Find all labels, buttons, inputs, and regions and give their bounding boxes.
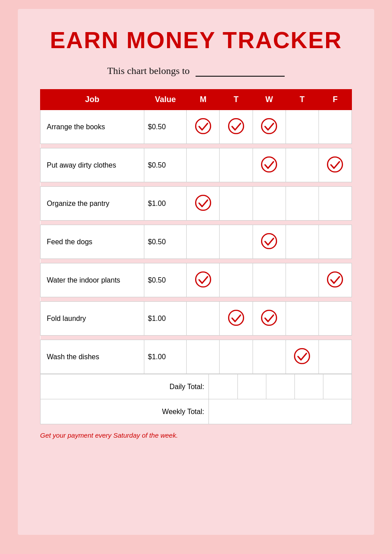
- day-cell: [318, 225, 351, 259]
- day-cell: [220, 148, 253, 182]
- checkmark-icon: [294, 348, 310, 365]
- svg-point-2: [261, 119, 276, 133]
- svg-point-0: [196, 119, 210, 133]
- table-row: Put away dirty clothes$0.50: [41, 148, 352, 182]
- job-cell: Wash the dishes: [41, 340, 144, 374]
- job-cell: Water the indoor plants: [41, 263, 144, 297]
- tracker-table: Job Value M T W T F Arrange the books$0.…: [40, 89, 352, 374]
- day-cell: [286, 263, 318, 297]
- day-cell: [318, 187, 351, 221]
- daily-total-label: Daily Total:: [41, 374, 209, 399]
- day-cell: [286, 187, 318, 221]
- gap-row: [41, 221, 352, 225]
- job-cell: Put away dirty clothes: [41, 148, 144, 182]
- value-cell: $0.50: [144, 148, 187, 182]
- table-row: Wash the dishes$1.00: [41, 340, 352, 374]
- svg-point-9: [229, 310, 243, 325]
- daily-total-t2: [294, 374, 323, 399]
- day-cell: [318, 263, 351, 297]
- header-day-m: M: [187, 90, 220, 110]
- checkmark-icon: [195, 118, 212, 135]
- checkmark-icon: [261, 309, 278, 326]
- subtitle-text: This chart belongs to: [107, 65, 190, 76]
- value-cell: $1.00: [144, 302, 187, 336]
- day-cell: [187, 148, 220, 182]
- subtitle: This chart belongs to: [40, 64, 352, 77]
- day-cell: [253, 225, 286, 259]
- day-cell: [253, 148, 286, 182]
- day-cell: [187, 263, 220, 297]
- svg-point-11: [295, 349, 310, 363]
- svg-point-8: [328, 272, 343, 287]
- day-cell: [187, 340, 220, 374]
- svg-point-4: [328, 157, 343, 172]
- value-cell: $0.50: [144, 110, 187, 144]
- weekly-total-value: [209, 399, 352, 424]
- checkmark-icon: [327, 271, 343, 288]
- day-cell: [220, 263, 253, 297]
- table-row: Fold laundry$1.00: [41, 302, 352, 336]
- day-cell: [253, 340, 286, 374]
- checkmark-icon: [195, 271, 212, 288]
- svg-point-3: [261, 157, 276, 172]
- checkmark-icon: [228, 309, 245, 326]
- svg-point-5: [196, 195, 210, 210]
- page-title: EARN MONEY TRACKER: [40, 27, 352, 53]
- header-day-f: F: [318, 90, 351, 110]
- day-cell: [187, 187, 220, 221]
- day-cell: [253, 187, 286, 221]
- checkmark-icon: [195, 194, 212, 211]
- header-day-t2: T: [286, 90, 318, 110]
- table-row: Organize the pantry$1.00: [41, 187, 352, 221]
- svg-point-7: [196, 272, 210, 287]
- header-value: Value: [144, 90, 187, 110]
- gap-row: [41, 182, 352, 187]
- gap-row: [41, 297, 352, 302]
- header-day-w: W: [253, 90, 286, 110]
- job-cell: Fold laundry: [41, 302, 144, 336]
- value-cell: $0.50: [144, 225, 187, 259]
- totals-table: Daily Total: Weekly Total:: [40, 374, 352, 424]
- day-cell: [253, 263, 286, 297]
- day-cell: [318, 340, 351, 374]
- checkmark-icon: [327, 156, 343, 173]
- svg-point-6: [261, 234, 276, 248]
- weekly-total-label: Weekly Total:: [41, 399, 209, 424]
- job-cell: Feed the dogs: [41, 225, 144, 259]
- page: EARN MONEY TRACKER This chart belongs to…: [18, 9, 374, 535]
- table-header-row: Job Value M T W T F: [41, 90, 352, 110]
- daily-total-row: Daily Total:: [41, 374, 352, 399]
- checkmark-icon: [261, 233, 278, 250]
- table-row: Feed the dogs$0.50: [41, 225, 352, 259]
- svg-point-1: [229, 119, 243, 133]
- day-cell: [187, 225, 220, 259]
- day-cell: [187, 110, 220, 144]
- checkmark-icon: [261, 156, 278, 173]
- day-cell: [286, 110, 318, 144]
- day-cell: [286, 148, 318, 182]
- day-cell: [220, 110, 253, 144]
- day-cell: [220, 187, 253, 221]
- day-cell: [286, 340, 318, 374]
- day-cell: [220, 302, 253, 336]
- name-line: [196, 64, 285, 77]
- day-cell: [187, 302, 220, 336]
- gap-row: [41, 259, 352, 263]
- day-cell: [253, 302, 286, 336]
- checkmark-icon: [228, 118, 245, 135]
- footer-note: Get your payment every Saturday of the w…: [40, 431, 352, 439]
- day-cell: [253, 110, 286, 144]
- gap-row: [41, 144, 352, 148]
- day-cell: [318, 110, 351, 144]
- day-cell: [318, 302, 351, 336]
- gap-row: [41, 336, 352, 340]
- daily-total-f: [323, 374, 351, 399]
- day-cell: [220, 225, 253, 259]
- svg-point-10: [261, 310, 276, 325]
- job-cell: Organize the pantry: [41, 187, 144, 221]
- daily-total-w: [266, 374, 294, 399]
- header-job: Job: [41, 90, 144, 110]
- day-cell: [286, 302, 318, 336]
- header-day-t1: T: [220, 90, 253, 110]
- weekly-total-row: Weekly Total:: [41, 399, 352, 424]
